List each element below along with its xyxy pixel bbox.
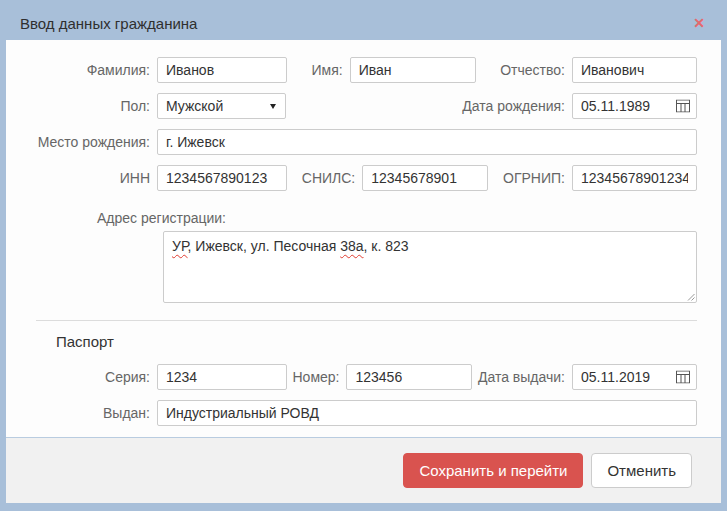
row-inn-snils-ogrnip: ИНН СНИЛС: ОГРНИП: — [6, 165, 721, 191]
gender-select[interactable]: Мужской — [157, 93, 286, 119]
close-icon[interactable]: ✕ — [687, 12, 711, 34]
birthdate-label: Дата рождения: — [462, 98, 572, 114]
gender-group: Пол: Мужской — [6, 93, 286, 119]
birthplace-label: Место рождения: — [6, 134, 157, 150]
series-input[interactable] — [157, 364, 287, 390]
inn-group: ИНН — [6, 165, 287, 191]
snils-group: СНИЛС: — [302, 165, 488, 191]
number-group: Номер: — [292, 364, 472, 390]
inn-label: ИНН — [6, 170, 157, 186]
row-passport-issuedby: Выдан: — [6, 400, 721, 426]
save-and-continue-button[interactable]: Сохранить и перейти — [403, 453, 583, 488]
address-segment: 38а — [340, 238, 363, 254]
dialog-body: Фамилия: Имя: Отчество: Пол: Мужской — [6, 40, 721, 503]
birthplace-group: Место рождения: — [6, 129, 697, 155]
issuedby-label: Выдан: — [6, 405, 157, 421]
firstname-label: Имя: — [312, 62, 350, 78]
issuedate-label: Дата выдачи: — [478, 369, 572, 385]
address-label: Адрес регистрации: — [97, 210, 226, 226]
address-label-row: Адрес регистрации: — [6, 209, 721, 227]
ogrnip-group: ОГРНИП: — [503, 165, 697, 191]
passport-section-heading: Паспорт — [56, 333, 721, 350]
dialog-title: Ввод данных гражданина — [20, 15, 197, 32]
series-group: Серия: — [6, 364, 287, 390]
address-segment: , к. 823 — [364, 238, 409, 254]
patronymic-label: Отчество: — [500, 62, 572, 78]
issuedate-group: Дата выдачи: — [478, 364, 697, 390]
issuedby-input[interactable] — [157, 400, 697, 426]
row-birthplace: Место рождения: — [6, 129, 721, 155]
snils-input[interactable] — [362, 165, 488, 191]
surname-group: Фамилия: — [6, 57, 287, 83]
row-fio: Фамилия: Имя: Отчество: — [6, 57, 721, 83]
citizen-data-dialog: Ввод данных гражданина ✕ Фамилия: Имя: О… — [0, 0, 727, 511]
row-gender-birthdate: Пол: Мужской Дата рождения: — [6, 93, 721, 119]
form-content: Фамилия: Имя: Отчество: Пол: Мужской — [6, 40, 721, 437]
firstname-input[interactable] — [350, 57, 476, 83]
number-input[interactable] — [346, 364, 472, 390]
address-segment: , Ижевск, ул. Песочная — [188, 238, 341, 254]
firstname-group: Имя: — [312, 57, 476, 83]
surname-input[interactable] — [157, 57, 287, 83]
address-segment: УР — [172, 238, 188, 254]
birthdate-group: Дата рождения: — [462, 93, 697, 119]
number-label: Номер: — [292, 369, 346, 385]
ogrnip-input[interactable] — [572, 165, 697, 191]
calendar-icon[interactable] — [676, 371, 690, 384]
resize-grip-icon[interactable] — [686, 292, 695, 301]
row-passport-series: Серия: Номер: Дата выдачи: — [6, 364, 721, 390]
ogrnip-label: ОГРНИП: — [503, 170, 572, 186]
gender-label: Пол: — [6, 98, 157, 114]
series-label: Серия: — [6, 369, 157, 385]
issuedby-group: Выдан: — [6, 400, 697, 426]
inn-input[interactable] — [157, 165, 287, 191]
passport-section-divider — [36, 320, 697, 321]
dialog-footer: Сохранить и перейти Отменить — [6, 438, 721, 503]
dialog-header: Ввод данных гражданина ✕ — [6, 6, 721, 40]
birthplace-input[interactable] — [157, 129, 697, 155]
chevron-down-icon — [270, 104, 276, 109]
calendar-icon[interactable] — [676, 100, 690, 113]
patronymic-input[interactable] — [572, 57, 697, 83]
address-textarea-row: УР, Ижевск, ул. Песочная 38а, к. 823 — [6, 231, 721, 303]
cancel-button[interactable]: Отменить — [591, 453, 692, 488]
surname-label: Фамилия: — [6, 62, 157, 78]
gender-selected-value: Мужской — [166, 98, 223, 114]
patronymic-group: Отчество: — [500, 57, 697, 83]
snils-label: СНИЛС: — [302, 170, 362, 186]
address-textarea[interactable]: УР, Ижевск, ул. Песочная 38а, к. 823 — [163, 231, 697, 303]
